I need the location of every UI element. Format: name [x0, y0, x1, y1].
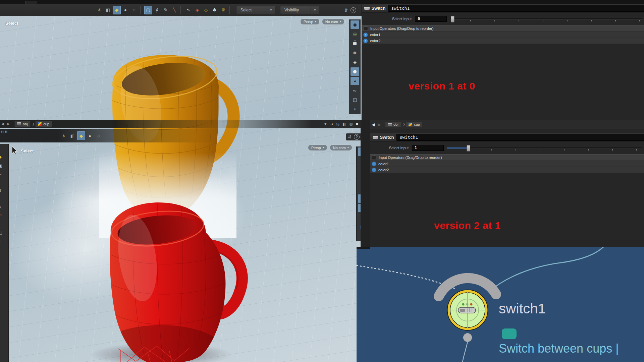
brush-select-icon[interactable]: ✎: [162, 6, 170, 14]
path-cup-button[interactable]: cup: [406, 121, 423, 128]
tool-frag-pen-icon[interactable]: ✎: [0, 205, 2, 209]
stereo-view-icon[interactable]: ∞: [351, 86, 359, 95]
back-arrow-icon[interactable]: ◀: [1, 122, 4, 126]
layout-sort-icon[interactable]: ⇵: [344, 8, 348, 13]
forward-arrow-icon[interactable]: ▶: [378, 122, 381, 127]
path-separator-icon: ❯: [32, 122, 35, 126]
viewport1-camera-button[interactable]: No cam ▾: [322, 18, 344, 25]
cube-geometry-icon[interactable]: ◧: [104, 6, 112, 14]
lock-camera-icon[interactable]: [351, 39, 359, 48]
viewport2-persp-button[interactable]: Persp ▾: [308, 144, 327, 151]
points-dot-icon[interactable]: ●: [121, 6, 129, 14]
list-checkbox[interactable]: [364, 26, 368, 31]
select-input-slider[interactable]: [447, 145, 642, 151]
back-arrow-icon[interactable]: ◀: [372, 122, 375, 127]
network-editor[interactable]: switch1 Switch between cups |: [357, 247, 644, 362]
slider-handle[interactable]: [451, 16, 454, 22]
operator-row[interactable]: ↑ color2: [370, 167, 644, 173]
network-node-description[interactable]: Switch between cups |: [499, 342, 619, 356]
geometry-cube-icon[interactable]: ◧: [342, 122, 346, 126]
scatter-points-icon[interactable]: ✳: [60, 131, 68, 140]
select-input-param-row: Select Input 1: [370, 144, 644, 152]
primitives-diamond-icon[interactable]: ◆: [77, 131, 85, 140]
marquee-select-icon[interactable]: ▢: [144, 6, 152, 14]
chevron-down-icon[interactable]: ▾: [368, 8, 369, 11]
network-node-name[interactable]: switch1: [499, 301, 546, 317]
select-input-value-field[interactable]: 1: [412, 145, 444, 151]
flipbook-icon[interactable]: ■: [356, 122, 358, 126]
dashed-circle-icon[interactable]: ◌: [130, 6, 138, 14]
snap-tool-icon[interactable]: ✻: [211, 6, 219, 14]
lasso-select-icon[interactable]: ∮: [153, 6, 161, 14]
operator-row[interactable]: ↑ color1: [362, 32, 644, 38]
orient-diamond-icon[interactable]: ◇: [202, 6, 210, 14]
help-icon[interactable]: ?: [354, 134, 360, 140]
houdini-window: ✳ ◧ ◆ ● ◌ ▢ ∮ ✎ ╲ ↖ ◈ ◇ ✻ ♛ Select ▼: [0, 0, 644, 362]
options-dot-icon[interactable]: •: [351, 105, 359, 113]
forward-arrow-icon[interactable]: ▶: [7, 122, 9, 126]
line-select-icon[interactable]: ╲: [170, 6, 178, 14]
main-toolbar: ✳ ◧ ◆ ● ◌ ▢ ∮ ✎ ╲ ↖ ◈ ◇ ✻ ♛ Select ▼: [0, 4, 362, 16]
viewport2-select-state-label: Select: [21, 148, 34, 154]
pane-drag-handle[interactable]: ⠿⠿: [1, 130, 8, 134]
snapshot-camera-icon[interactable]: ◫: [351, 96, 359, 104]
normal-lighting-icon[interactable]: [351, 67, 359, 76]
tool-frag-red2-icon[interactable]: ◖: [0, 196, 1, 201]
node-name-field[interactable]: switch1: [396, 134, 644, 141]
list-checkbox[interactable]: [372, 156, 376, 160]
select-mode-icon[interactable]: ↖: [184, 6, 193, 14]
path-dropdown-icon[interactable]: ▾: [324, 122, 326, 126]
follow-selection-icon[interactable]: ◎: [336, 122, 339, 126]
path-obj-button[interactable]: obj: [14, 121, 31, 127]
crown-pose-icon[interactable]: ♛: [219, 6, 227, 14]
chevron-down-icon: ▼: [267, 6, 275, 14]
chevron-down-icon[interactable]: ▾: [376, 137, 377, 140]
pane2-toolbar-icons: ✳ ◧ ◆ ● ◌: [58, 131, 105, 140]
slider-fill: [447, 147, 468, 148]
tool-frag-gray-icon[interactable]: ◙: [0, 188, 1, 193]
high-quality-shading-icon[interactable]: ◕: [351, 77, 359, 85]
slider-handle[interactable]: [467, 145, 470, 152]
tool-frag-red1-icon[interactable]: ◗: [0, 180, 1, 184]
toolbar-group-tools: ↖ ◈ ◇ ✻ ♛: [182, 6, 230, 14]
operator-row[interactable]: ↑ color1: [370, 161, 644, 167]
input-operators-list-1: ↑ color1 ↑ color2: [362, 32, 644, 44]
help-icon[interactable]: ?: [351, 7, 356, 13]
points-dot-icon[interactable]: ●: [86, 131, 94, 140]
primitives-diamond-icon[interactable]: ◆: [113, 6, 121, 14]
visibility-dropdown[interactable]: Visibility ▼: [280, 6, 319, 14]
move-tool-icon[interactable]: ◈: [193, 6, 201, 14]
tool-frag-arc-icon[interactable]: ◠: [0, 213, 2, 218]
select-mode-dropdown[interactable]: Select ▼: [236, 6, 275, 14]
path-obj-button[interactable]: obj: [385, 121, 401, 128]
viewport-area[interactable]: Select Persp ▾ No cam ▾ ◉ ◎ ⊗ ◈ ◕ ∞ ◫: [0, 16, 370, 362]
comment-bubble-icon[interactable]: [502, 328, 517, 339]
material-spheres-icon[interactable]: ◍: [349, 122, 353, 126]
headlight-only-icon[interactable]: ◈: [351, 58, 359, 66]
viewport1-persp-button[interactable]: Persp ▾: [300, 18, 320, 25]
operator-row[interactable]: ↑ color2: [362, 38, 644, 44]
select-input-slider[interactable]: [450, 16, 642, 22]
viewport2-camera-button[interactable]: No cam ▾: [330, 144, 352, 151]
tool-frag-cell-icon[interactable]: ▣: [0, 163, 2, 168]
pane-divider[interactable]: [361, 120, 370, 247]
node-name-field[interactable]: switch1: [388, 5, 644, 12]
dashed-circle-icon[interactable]: ◌: [95, 131, 103, 140]
scatter-points-icon[interactable]: ✳: [95, 6, 103, 14]
path-cup-button[interactable]: cup: [35, 121, 52, 127]
tool-frag-knot-icon[interactable]: ∮: [0, 222, 0, 226]
layout-sort-icon[interactable]: ⇵: [348, 134, 352, 139]
node-output-connector: [463, 333, 472, 342]
annotation-version2: version 2 at 1: [434, 220, 501, 231]
cube-geometry-icon[interactable]: ◧: [68, 131, 76, 140]
visible-objects-eye-icon[interactable]: ◉: [351, 20, 359, 29]
disable-lighting-icon[interactable]: ⊗: [351, 49, 359, 57]
tool-frag-curve-icon[interactable]: ∿: [0, 171, 2, 176]
select-input-value-field[interactable]: 0: [415, 16, 447, 22]
tool-frag-sphere-icon[interactable]: ◐: [0, 146, 1, 151]
pin-path-icon[interactable]: ⊸: [329, 122, 333, 126]
tool-frag-dark-icon[interactable]: ◒: [0, 238, 1, 243]
tool-frag-box-icon[interactable]: ◧: [0, 230, 2, 235]
tool-frag-diamond-icon[interactable]: ◆: [0, 155, 2, 159]
ghost-objects-icon[interactable]: ◎: [351, 30, 359, 38]
